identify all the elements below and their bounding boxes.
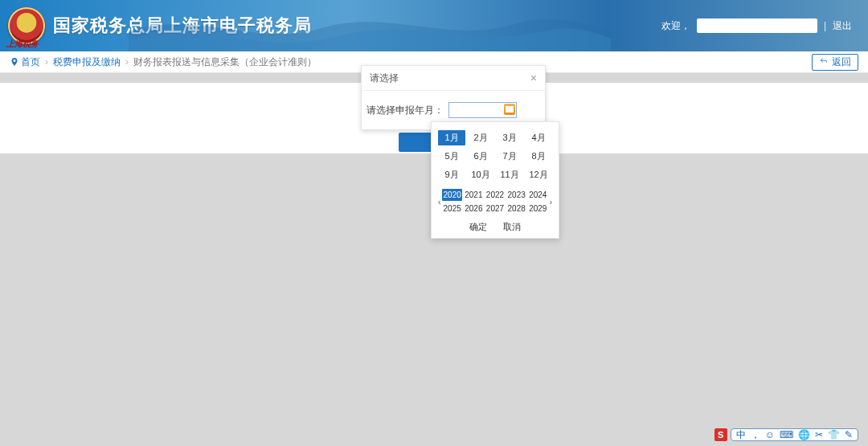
year-option[interactable]: 2028 xyxy=(506,203,526,215)
month-option[interactable]: 12月 xyxy=(525,167,552,182)
select-period-modal: 请选择 × 请选择申报年月： xyxy=(361,65,546,130)
year-option[interactable]: 2027 xyxy=(485,203,506,215)
logo-subscript: 上海税务 xyxy=(6,39,39,50)
ime-tool-icon[interactable]: 中 xyxy=(736,430,746,440)
picker-ok-button[interactable]: 确定 xyxy=(469,221,487,233)
ime-tool-icon[interactable]: ， xyxy=(751,430,760,440)
ime-tool-icon[interactable]: ☺ xyxy=(765,430,775,440)
back-button-label: 返回 xyxy=(832,55,851,69)
modal-title: 请选择 xyxy=(370,72,399,85)
month-option[interactable]: 11月 xyxy=(496,167,523,182)
year-option[interactable]: 2024 xyxy=(528,189,548,201)
month-option[interactable]: 8月 xyxy=(525,149,552,164)
breadcrumb-home[interactable]: 首页 xyxy=(21,55,40,69)
header-separator: | xyxy=(824,20,826,31)
month-option[interactable]: 2月 xyxy=(467,130,494,145)
picker-cancel-button[interactable]: 取消 xyxy=(503,221,521,233)
ime-tool-icon[interactable]: ⌨ xyxy=(780,430,793,440)
month-option[interactable]: 4月 xyxy=(525,130,552,145)
ime-tool-icon[interactable]: 🌐 xyxy=(798,430,810,440)
ime-tool-icon[interactable]: ✎ xyxy=(845,430,853,440)
location-pin-icon xyxy=(10,57,19,67)
month-option[interactable]: 10月 xyxy=(467,167,494,182)
month-option[interactable]: 6月 xyxy=(467,149,494,164)
header-banner: 国家税务总局上海市电子税务局 上海税务 欢迎， | 退出 xyxy=(0,0,868,51)
month-option[interactable]: 9月 xyxy=(438,167,465,182)
year-option[interactable]: 2025 xyxy=(442,203,462,215)
logout-link[interactable]: 退出 xyxy=(833,19,852,33)
month-grid: 1月2月3月4月5月6月7月8月9月10月11月12月 xyxy=(438,130,552,182)
welcome-label: 欢迎， xyxy=(661,19,690,33)
period-field-label: 请选择申报年月： xyxy=(366,104,444,117)
content-area: 请选择 × 请选择申报年月： 1月2月3月4月5月6月7月8月9月10月11月1… xyxy=(0,83,868,446)
breadcrumb-level1[interactable]: 税费申报及缴纳 xyxy=(53,55,121,69)
year-option[interactable]: 2026 xyxy=(464,203,484,215)
ime-tool-icon[interactable]: ✂ xyxy=(815,430,823,440)
year-option[interactable]: 2029 xyxy=(528,203,548,215)
year-option[interactable]: 2020 xyxy=(442,189,462,201)
ime-tool-icon[interactable]: 👕 xyxy=(828,430,840,440)
sogou-ime-icon[interactable]: S xyxy=(714,428,727,441)
year-next-icon[interactable]: › xyxy=(548,198,554,207)
user-name-masked xyxy=(697,18,817,33)
month-option[interactable]: 1月 xyxy=(438,130,465,145)
breadcrumb-current: 财务报表报送与信息采集（企业会计准则） xyxy=(133,55,317,69)
year-option[interactable]: 2023 xyxy=(506,189,526,201)
site-title: 国家税务总局上海市电子税务局 xyxy=(53,14,312,38)
month-option[interactable]: 7月 xyxy=(496,149,523,164)
month-option[interactable]: 3月 xyxy=(496,130,523,145)
ime-tray: S 中，☺⌨🌐✂👕✎ xyxy=(714,428,858,441)
back-button[interactable]: 返回 xyxy=(812,54,858,71)
month-year-picker: 1月2月3月4月5月6月7月8月9月10月11月12月 ‹ 2020202120… xyxy=(431,121,559,239)
back-arrow-icon xyxy=(819,56,829,68)
year-prev-icon[interactable]: ‹ xyxy=(436,198,442,207)
year-option[interactable]: 2022 xyxy=(485,189,506,201)
year-grid: 2020202120222023202420252026202720282029 xyxy=(442,189,547,215)
year-option[interactable]: 2021 xyxy=(464,189,484,201)
modal-close-icon[interactable]: × xyxy=(530,72,537,84)
calendar-icon[interactable] xyxy=(504,104,515,115)
month-option[interactable]: 5月 xyxy=(438,149,465,164)
ime-toolbar: 中，☺⌨🌐✂👕✎ xyxy=(731,428,858,441)
